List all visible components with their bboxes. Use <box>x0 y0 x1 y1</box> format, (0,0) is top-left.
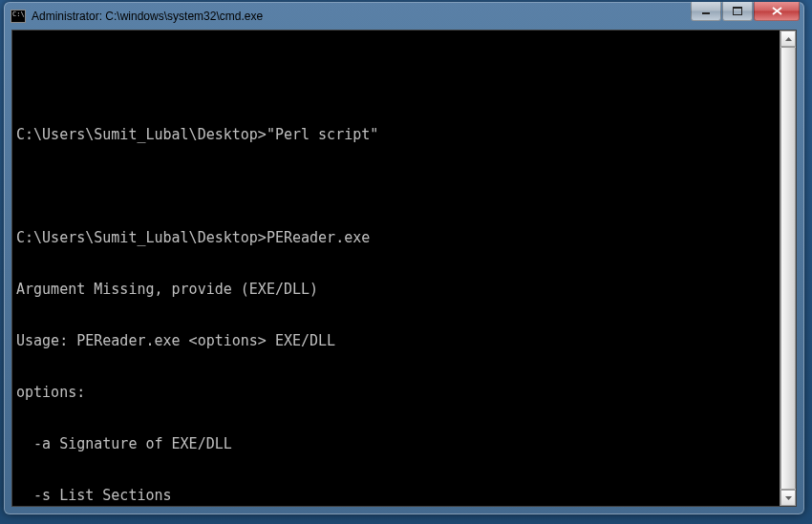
svg-rect-2 <box>733 7 742 9</box>
cmd-icon: C:\ <box>11 10 26 23</box>
close-button[interactable] <box>754 2 800 21</box>
output-line: options: <box>16 384 776 401</box>
vertical-scrollbar[interactable] <box>780 31 796 506</box>
window-title: Administrator: C:\windows\system32\cmd.e… <box>32 10 801 23</box>
output-line: Usage: PEReader.exe <options> EXE/DLL <box>16 332 776 349</box>
prompt-command: PEReader.exe <box>267 229 370 246</box>
prompt-command: "Perl script" <box>267 126 378 143</box>
window-controls <box>691 2 800 21</box>
output-line: Argument Missing, provide (EXE/DLL) <box>16 281 776 298</box>
terminal-output[interactable]: C:\Users\Sumit_Lubal\Desktop>"Perl scrip… <box>12 31 780 506</box>
output-line: -a Signature of EXE/DLL <box>16 435 776 452</box>
client-area: C:\Users\Sumit_Lubal\Desktop>"Perl scrip… <box>11 30 797 507</box>
cmd-window: C:\ Administrator: C:\windows\system32\c… <box>4 2 804 514</box>
scroll-thumb[interactable] <box>780 47 796 490</box>
chevron-down-icon <box>785 496 792 500</box>
titlebar[interactable]: C:\ Administrator: C:\windows\system32\c… <box>5 3 803 30</box>
chevron-up-icon <box>785 37 792 41</box>
output-line: -s List Sections <box>16 487 776 504</box>
scroll-track[interactable] <box>780 47 796 490</box>
scroll-down-button[interactable] <box>780 490 796 506</box>
minimize-button[interactable] <box>691 2 721 21</box>
svg-rect-0 <box>702 12 710 14</box>
prompt-path: C:\Users\Sumit_Lubal\Desktop> <box>16 126 267 143</box>
prompt-path: C:\Users\Sumit_Lubal\Desktop> <box>16 229 267 246</box>
scroll-up-button[interactable] <box>780 31 796 47</box>
maximize-button[interactable] <box>722 2 753 21</box>
